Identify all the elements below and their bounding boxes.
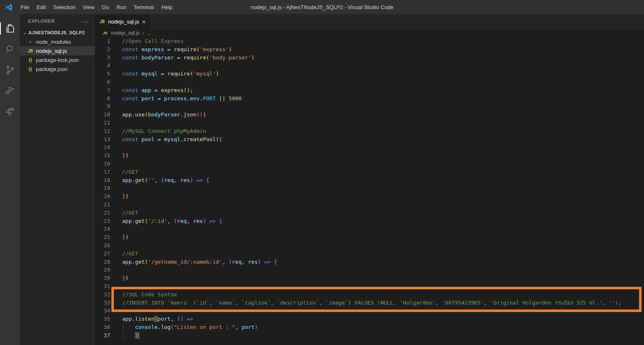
code-line[interactable]: 21 — [95, 201, 644, 209]
breadcrumb-symbol[interactable]: ... — [147, 30, 151, 36]
tab-close-icon[interactable]: × — [142, 19, 146, 25]
line-number[interactable]: 17 — [95, 168, 110, 176]
code-text[interactable]: }) — [110, 233, 129, 241]
code-text[interactable]: app.get('/:id', (req, res) => { — [110, 217, 222, 225]
line-number[interactable]: 23 — [95, 217, 110, 225]
line-number[interactable]: 16 — [95, 160, 110, 168]
file-item-nodejs_sql.js[interactable]: JSnodejs_sql.js — [20, 46, 95, 55]
code-line[interactable]: 25}) — [95, 233, 644, 241]
code-line[interactable]: 34 — [95, 307, 644, 315]
code-line[interactable]: 14 — [95, 143, 644, 151]
line-number[interactable]: 11 — [95, 119, 110, 127]
code-text[interactable]: app.get('', (req, res) => { — [110, 176, 209, 184]
code-line[interactable]: 24 — [95, 225, 644, 233]
line-number[interactable]: 19 — [95, 184, 110, 192]
line-number[interactable]: 13 — [95, 135, 110, 144]
line-number[interactable]: 34 — [95, 307, 110, 315]
code-line[interactable]: 6 — [95, 78, 644, 86]
menu-run[interactable]: Run — [113, 4, 130, 10]
breadcrumb-file[interactable]: nodejs_sql.js — [111, 30, 139, 36]
activity-explorer[interactable] — [0, 18, 20, 39]
line-number[interactable]: 10 — [95, 111, 110, 119]
activity-extensions[interactable] — [0, 101, 20, 121]
menu-help[interactable]: Help — [158, 4, 176, 10]
tab-nodejs-sql[interactable]: JS nodejs_sql.js × — [95, 14, 150, 29]
code-line[interactable]: 30}) — [95, 274, 644, 282]
code-line[interactable]: 28app.get('/getname_id/:name&:id', (req,… — [95, 258, 644, 266]
code-line[interactable]: 13const pool = mysql.createPool({ — [95, 135, 644, 144]
line-number[interactable]: 6 — [95, 78, 110, 86]
code-text[interactable]: //SQL Code Syntax — [110, 291, 177, 299]
line-number[interactable]: 29 — [95, 266, 110, 274]
line-number[interactable]: 26 — [95, 241, 110, 250]
code-line[interactable]: 9 — [95, 102, 644, 111]
line-number[interactable]: 7 — [95, 86, 110, 95]
code-line[interactable]: 8const port = process.env.PORT || 5000 — [95, 95, 644, 103]
menu-go[interactable]: Go — [98, 4, 113, 10]
menu-terminal[interactable]: Terminal — [130, 4, 158, 10]
file-item-package-lock.json[interactable]: {}package-lock.json — [20, 55, 95, 64]
code-line[interactable]: 20}) — [95, 192, 644, 201]
code-text[interactable] — [110, 102, 122, 111]
line-number[interactable]: 32 — [95, 291, 110, 299]
line-number[interactable]: 30 — [95, 274, 110, 282]
code-text[interactable]: const express = require('express')··· — [110, 45, 232, 54]
line-number[interactable]: 3 — [95, 54, 110, 62]
activity-source-control[interactable] — [0, 59, 20, 80]
line-number[interactable]: 18 — [95, 176, 110, 184]
line-number[interactable]: 25 — [95, 233, 110, 241]
code-line[interactable]: 22//GET — [95, 209, 644, 217]
code-text[interactable] — [110, 61, 122, 70]
code-line[interactable]: 29 — [95, 266, 644, 274]
code-text[interactable] — [110, 241, 122, 250]
code-line[interactable]: 16 — [95, 160, 644, 168]
line-number[interactable]: 2 — [95, 45, 110, 54]
code-text[interactable]: }) — [110, 274, 129, 282]
menu-selection[interactable]: Selection — [50, 4, 79, 10]
line-number[interactable]: 20 — [95, 192, 110, 201]
code-text[interactable] — [110, 201, 122, 209]
line-number[interactable]: 33 — [95, 299, 110, 307]
code-line[interactable]: 18app.get('', (req, res) => { — [95, 176, 644, 184]
code-text[interactable] — [110, 307, 122, 315]
line-number[interactable]: 1 — [95, 37, 110, 45]
line-number[interactable]: 37 — [95, 331, 110, 340]
code-text[interactable]: //GET — [110, 168, 138, 176]
line-number[interactable]: 31 — [95, 282, 110, 291]
code-text[interactable]: app.listen(port, () => — [110, 315, 193, 323]
code-text[interactable] — [110, 160, 122, 168]
code-text[interactable] — [110, 78, 122, 86]
code-text[interactable] — [110, 266, 122, 274]
line-number[interactable]: 4 — [95, 61, 110, 70]
code-text[interactable]: const app = express(); — [110, 86, 193, 95]
code-line[interactable]: 33//INSERT INTO `beers` (`id`, `name`, `… — [95, 299, 644, 307]
menu-file[interactable]: File — [17, 4, 33, 10]
code-text[interactable] — [110, 225, 122, 233]
line-number[interactable]: 36 — [95, 323, 110, 331]
code-text[interactable]: const mysql = require('mysql') — [110, 70, 219, 78]
code-text[interactable] — [110, 143, 122, 151]
line-number[interactable]: 24 — [95, 225, 110, 233]
code-line[interactable]: 36 console.log("Listen on port : ", port… — [95, 323, 644, 331]
code-line[interactable]: 35app.listen(port, () => — [95, 315, 644, 323]
code-text[interactable]: const bodyParser = require('body-parser'… — [110, 54, 255, 62]
code-text[interactable]: ) — [110, 331, 139, 340]
code-line[interactable]: 27//GET — [95, 250, 644, 258]
code-text[interactable] — [110, 119, 122, 127]
code-text[interactable]: app.use(bodyParser.json()) — [110, 111, 206, 119]
line-number[interactable]: 12 — [95, 127, 110, 135]
code-text[interactable]: //Open Call Express — [110, 37, 184, 45]
code-text[interactable]: console.log("Listen on port : ", port) — [110, 323, 258, 331]
workspace-root-folder[interactable]: ⌄ AJNESTNODEJS_SQLP2 — [20, 28, 95, 37]
code-editor[interactable]: 1//Open Call Express2const express = req… — [95, 37, 644, 345]
file-item-package.json[interactable]: {}package.json — [20, 64, 95, 73]
code-line[interactable]: 4 — [95, 61, 644, 70]
code-text[interactable]: }) — [110, 151, 129, 160]
code-line[interactable]: 7const app = express(); — [95, 86, 644, 95]
code-text[interactable]: const port = process.env.PORT || 5000 — [110, 95, 242, 103]
code-line[interactable]: 31 — [95, 282, 644, 291]
code-line[interactable]: 15}) — [95, 151, 644, 160]
line-number[interactable]: 8 — [95, 95, 110, 103]
code-text[interactable]: app.get('/getname_id/:name&:id', (req, r… — [110, 258, 277, 266]
code-line[interactable]: 32//SQL Code Syntax — [95, 291, 644, 299]
